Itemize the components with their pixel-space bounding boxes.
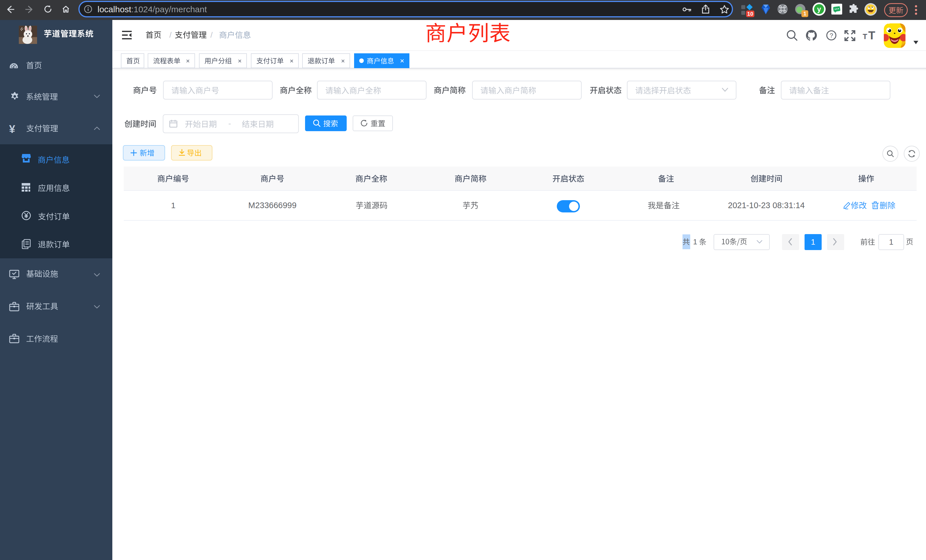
svg-text:y: y	[817, 5, 821, 13]
svg-text:10: 10	[747, 11, 753, 17]
svg-text:¥: ¥	[9, 123, 15, 135]
svg-text:1: 1	[803, 11, 806, 17]
svg-text:?: ?	[830, 32, 833, 39]
